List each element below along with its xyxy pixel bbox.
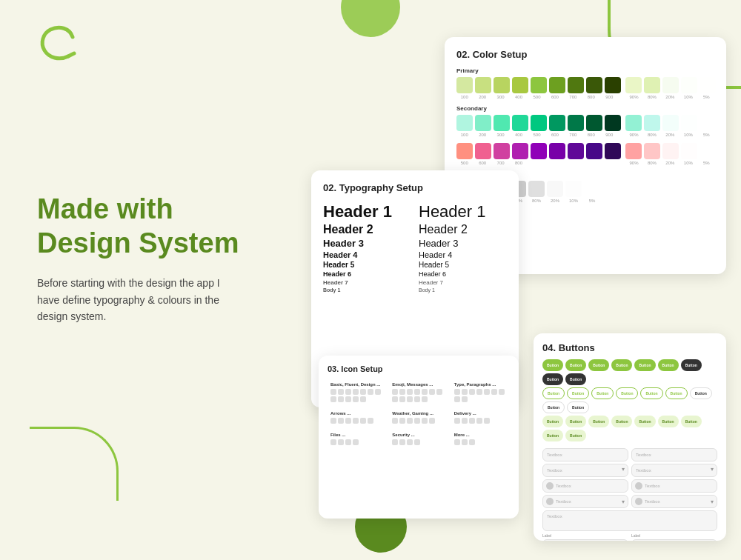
button-dark-2[interactable]: Button: [542, 373, 563, 385]
input-phone-1[interactable]: (862) 000-000: [542, 539, 628, 541]
icon-dot: [436, 389, 442, 395]
color-swatch: [605, 143, 621, 159]
color-swatch: [586, 143, 602, 159]
typography-title: 02. Typography Setup: [323, 182, 507, 193]
button-filled-3[interactable]: Button: [588, 359, 609, 371]
icon-dot: [345, 418, 351, 424]
color-swatch: [494, 77, 510, 93]
icon-dot: [375, 389, 381, 395]
input-with-icon-1[interactable]: Textbox: [542, 479, 628, 493]
button-row-filled: Button Button Button Button Button Butto…: [542, 359, 717, 385]
button-filled-6[interactable]: Button: [658, 359, 679, 371]
button-outline-4[interactable]: Button: [616, 387, 638, 399]
deco-arc-bottom-left: [30, 427, 119, 501]
icon-dot: [368, 418, 373, 424]
button-outline-1[interactable]: Button: [542, 387, 565, 399]
icon-dot: [407, 396, 413, 402]
button-dark-1[interactable]: Button: [681, 359, 702, 371]
icon-section-emoji: Emoji, Messages ...: [389, 379, 448, 405]
button-light-9[interactable]: Button: [565, 430, 586, 441]
color-setup-title: 02. Color Setup: [456, 49, 714, 60]
color-swatch: [547, 181, 563, 197]
icon-dot: [462, 396, 468, 402]
input-select-2[interactable]: Textbox: [631, 464, 717, 477]
input-row-icon-select: Textbox ▾ Textbox ▾: [542, 495, 717, 508]
button-filled-1[interactable]: Button: [542, 359, 563, 371]
color-swatch: [456, 77, 473, 93]
icon-dot: [422, 418, 428, 424]
input-row-1: Textbox Textbox: [542, 448, 717, 461]
color-swatch: [494, 143, 510, 159]
button-light-2[interactable]: Button: [565, 416, 586, 427]
icon-dot: [353, 396, 359, 402]
icon-dot: [414, 396, 420, 402]
input-with-icon-select-1[interactable]: Textbox ▾: [542, 495, 628, 508]
button-light-3[interactable]: Button: [588, 416, 609, 427]
accent-color-section: 500600700800 90%80%20%10%5%: [456, 143, 714, 165]
color-swatch: [568, 143, 584, 159]
icon-dot: [330, 389, 336, 395]
logo: [37, 22, 82, 70]
button-filled-5[interactable]: Button: [634, 359, 655, 371]
icon-dot: [407, 389, 413, 395]
button-outline-6[interactable]: Button: [665, 387, 688, 399]
icon-dot: [422, 396, 428, 402]
button-white-3[interactable]: Button: [567, 401, 589, 413]
card-buttons: 04. Buttons Button Button Button Button …: [534, 333, 726, 541]
button-row-outline: Button Button Button Button Button Butto…: [542, 387, 717, 413]
color-swatch: [662, 115, 679, 131]
button-dark-3[interactable]: Button: [565, 373, 586, 385]
button-light-7[interactable]: Button: [681, 416, 702, 427]
input-textbox-1[interactable]: Textbox: [542, 448, 628, 461]
color-swatch: [681, 143, 697, 159]
button-white-2[interactable]: Button: [542, 401, 565, 413]
icon-dot: [407, 418, 413, 424]
button-light-4[interactable]: Button: [611, 416, 632, 427]
button-outline-5[interactable]: Button: [640, 387, 662, 399]
primary-label-row: 100200300400500 600700800900 90%80%20%10…: [456, 95, 714, 99]
input-phone-2[interactable]: (862) 000-000: [631, 539, 717, 541]
button-row-light: Button Button Button Button Button Butto…: [542, 416, 717, 441]
input-row-select: Textbox Textbox: [542, 464, 717, 477]
icon-dot: [484, 418, 490, 424]
icon-dot: [330, 418, 336, 424]
primary-color-row: [456, 77, 714, 93]
button-outline-2[interactable]: Button: [567, 387, 589, 399]
icon-dot: [360, 396, 366, 402]
icon-dot: [360, 389, 366, 395]
color-swatch: [531, 77, 547, 93]
button-light-6[interactable]: Button: [658, 416, 679, 427]
input-select-1[interactable]: Textbox: [542, 464, 628, 477]
typo-h7-regular: Header 7: [419, 279, 507, 286]
button-filled-4[interactable]: Button: [611, 359, 632, 371]
input-textbox-2[interactable]: Textbox: [631, 448, 717, 461]
input-with-icon-select-2[interactable]: Textbox ▾: [631, 495, 717, 508]
icon-dot: [345, 389, 351, 395]
button-light-5[interactable]: Button: [634, 416, 655, 427]
icon-dot: [368, 389, 373, 395]
button-filled-2[interactable]: Button: [565, 359, 586, 371]
color-swatch: [475, 143, 491, 159]
icon-dot: [345, 396, 351, 402]
color-swatch: [528, 181, 545, 197]
input-row-icon: Textbox Textbox: [542, 479, 717, 493]
button-white-1[interactable]: Button: [690, 387, 712, 399]
input-textarea[interactable]: Textbox: [542, 510, 717, 531]
typo-body-regular: Body 1: [419, 287, 507, 293]
input-with-icon-2[interactable]: Textbox: [631, 479, 717, 493]
color-swatch: [456, 143, 473, 159]
icon-grid: Basic, Fluent, Design ...: [328, 379, 510, 448]
icon-setup-title: 03. Icon Setup: [328, 364, 510, 373]
typo-h1-regular: Header 1: [419, 202, 507, 221]
color-swatch: [644, 115, 660, 131]
button-outline-3[interactable]: Button: [591, 387, 614, 399]
icon-dot: [469, 418, 475, 424]
cards-area: 02. Color Setup Primary: [311, 22, 726, 548]
typo-h6-regular: Header 6: [419, 270, 507, 278]
icon-dot: [399, 396, 405, 402]
typo-h3-regular: Header 3: [419, 238, 507, 249]
icon-dot: [353, 389, 359, 395]
button-light-1[interactable]: Button: [542, 416, 563, 427]
color-swatch: [700, 143, 716, 159]
button-light-8[interactable]: Button: [542, 430, 563, 441]
